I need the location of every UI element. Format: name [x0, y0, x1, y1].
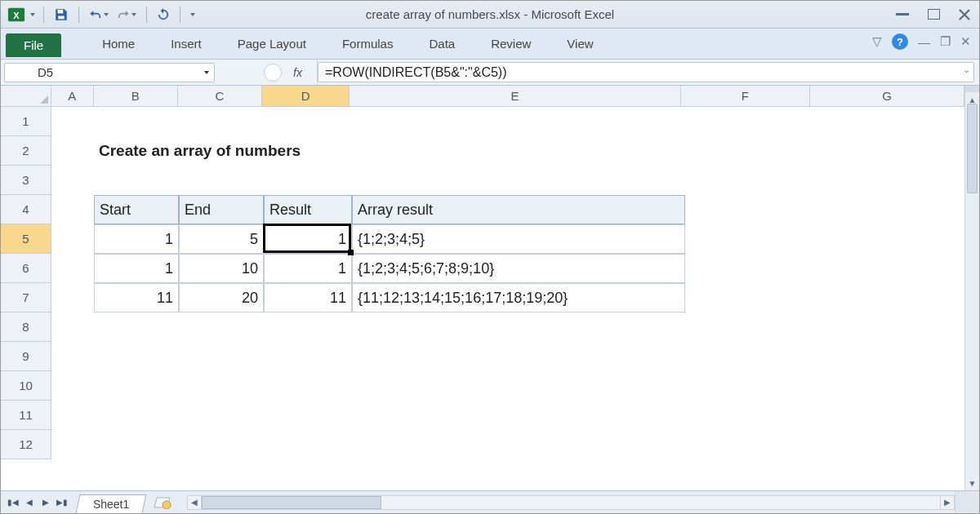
cell[interactable]: 1 — [94, 254, 179, 283]
tab-home[interactable]: Home — [84, 30, 153, 59]
tab-formulas[interactable]: Formulas — [324, 30, 412, 59]
cell[interactable]: End — [179, 195, 264, 224]
row-header[interactable]: 4 — [1, 195, 51, 224]
scroll-right-button[interactable]: ▶ — [940, 495, 955, 510]
svg-rect-4 — [896, 13, 909, 16]
fx-icon[interactable]: fx — [293, 66, 302, 79]
row-header[interactable]: 1 — [1, 107, 51, 136]
minimize-icon — [896, 13, 909, 16]
cell[interactable]: 11 — [94, 283, 179, 312]
column-header[interactable]: G — [810, 86, 964, 107]
tab-review[interactable]: Review — [473, 30, 549, 59]
column-header[interactable]: E — [350, 86, 680, 107]
repeat-button[interactable] — [157, 8, 170, 21]
column-header[interactable]: F — [681, 86, 811, 107]
horizontal-scroll-track[interactable] — [202, 495, 940, 510]
cell[interactable]: Create an array of numbers — [94, 136, 685, 166]
scroll-left-button[interactable]: ◀ — [187, 495, 202, 510]
customize-qat-button[interactable] — [190, 13, 195, 16]
maximize-button[interactable] — [925, 8, 942, 21]
row-header[interactable]: 6 — [1, 254, 51, 283]
close-button[interactable] — [956, 8, 973, 21]
select-all-corner[interactable] — [1, 86, 51, 107]
name-box-value: D5 — [38, 65, 53, 79]
cell[interactable]: 1 — [94, 224, 179, 254]
cell[interactable]: 1 — [264, 254, 352, 283]
new-sheet-button[interactable] — [153, 495, 172, 510]
worksheet-grid[interactable]: ABCDEFG 123456789101112 Create an array … — [1, 86, 964, 490]
vertical-scrollbar[interactable]: ▲ ▼ — [964, 86, 979, 490]
cell[interactable]: {1;2;3;4;5} — [352, 224, 685, 254]
row-header[interactable]: 2 — [1, 136, 51, 166]
horizontal-scrollbar[interactable]: ◀ ▶ — [187, 491, 955, 513]
logo-menu-caret-icon[interactable] — [30, 13, 35, 16]
cell[interactable]: Result — [264, 195, 352, 224]
formula-expand-icon[interactable]: ⌄ — [963, 64, 970, 75]
row-header[interactable]: 12 — [1, 430, 51, 459]
column-headers: ABCDEFG — [51, 86, 964, 107]
tab-insert[interactable]: Insert — [153, 30, 220, 59]
redo-icon — [117, 8, 130, 21]
column-header[interactable]: A — [51, 86, 94, 107]
repeat-icon — [157, 8, 170, 21]
minimize-button[interactable] — [894, 8, 911, 21]
svg-point-6 — [163, 501, 171, 509]
new-sheet-icon — [154, 496, 172, 509]
cancel-formula-button[interactable] — [264, 64, 282, 82]
help-button[interactable]: ? — [892, 33, 908, 50]
cell[interactable]: {11;12;13;14;15;16;17;18;19;20} — [352, 283, 685, 312]
cell[interactable]: Start — [94, 195, 179, 224]
row-header[interactable]: 7 — [1, 283, 51, 312]
row-header[interactable]: 3 — [1, 166, 51, 195]
sheet-first-button[interactable]: ▮◀ — [6, 495, 20, 510]
tab-view[interactable]: View — [549, 30, 611, 59]
quick-access-toolbar — [42, 7, 195, 23]
row-header[interactable]: 8 — [1, 312, 51, 342]
cell[interactable]: {1;2;3;4;5;6;7;8;9;10} — [352, 254, 685, 283]
file-tab[interactable]: File — [6, 33, 61, 57]
cell[interactable]: 10 — [179, 254, 264, 283]
sheet-last-button[interactable]: ▶▮ — [55, 495, 69, 510]
redo-button[interactable] — [117, 8, 136, 21]
tab-data[interactable]: Data — [411, 30, 473, 59]
save-button[interactable] — [54, 7, 69, 22]
cell[interactable]: 5 — [179, 224, 264, 254]
cell[interactable]: 20 — [179, 283, 264, 312]
scroll-down-button[interactable]: ▼ — [965, 476, 979, 490]
doc-close-icon[interactable]: ✕ — [960, 34, 971, 49]
column-header[interactable]: C — [178, 86, 262, 107]
horizontal-scroll-thumb[interactable] — [202, 496, 381, 509]
split-grip-icon[interactable] — [965, 86, 979, 92]
doc-restore-icon[interactable]: ❐ — [940, 34, 951, 49]
ribbon-minimize-caret-icon[interactable]: ▽ — [872, 34, 882, 49]
name-box[interactable]: D5 — [4, 63, 215, 82]
formula-bar: D5 fx =ROW(INDIRECT(B5&":"&C5)) ⌄ — [1, 60, 979, 86]
tab-page-layout[interactable]: Page Layout — [220, 30, 324, 59]
cell[interactable]: Array result — [352, 195, 685, 224]
sheet-tab-label: Sheet1 — [93, 498, 129, 511]
svg-rect-3 — [58, 16, 65, 19]
row-header[interactable]: 10 — [1, 371, 51, 401]
cells-container: Create an array of numbersStartEndResult… — [51, 107, 964, 490]
status-bar: ▮◀ ◀ ▶ ▶▮ Sheet1 ◀ ▶ — [1, 490, 979, 513]
sheet-next-button[interactable]: ▶ — [38, 495, 53, 510]
undo-button[interactable] — [89, 8, 109, 21]
svg-text:X: X — [13, 10, 20, 20]
row-header[interactable]: 9 — [1, 342, 51, 371]
horizontal-split-grip[interactable] — [955, 491, 979, 513]
column-header[interactable]: D — [262, 86, 350, 107]
row-header[interactable]: 11 — [1, 401, 51, 430]
column-header[interactable]: B — [94, 86, 178, 107]
row-header[interactable]: 5 — [1, 224, 51, 254]
cell[interactable]: 11 — [264, 283, 352, 312]
sheet-tab[interactable]: Sheet1 — [76, 494, 147, 513]
maximize-icon — [928, 9, 940, 20]
cell[interactable]: 1 — [264, 224, 352, 254]
excel-logo-icon: X — [7, 6, 25, 24]
vertical-scroll-thumb[interactable] — [967, 104, 978, 193]
fill-handle[interactable] — [348, 250, 354, 255]
svg-rect-2 — [58, 10, 64, 14]
doc-minimize-icon[interactable]: — — [918, 35, 930, 49]
sheet-prev-button[interactable]: ◀ — [22, 495, 37, 510]
formula-input[interactable]: =ROW(INDIRECT(B5&":"&C5)) ⌄ — [318, 62, 974, 82]
